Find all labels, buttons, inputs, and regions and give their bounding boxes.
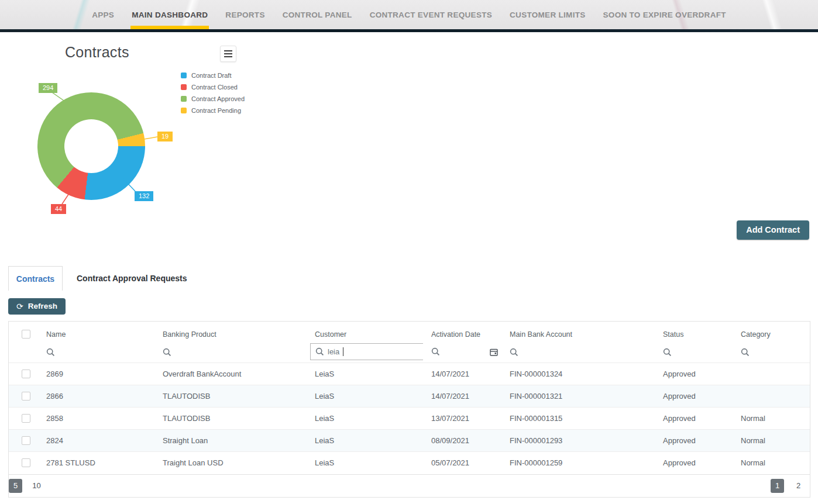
- text-caret: [343, 347, 343, 356]
- donut-label-approved: 294: [39, 83, 57, 93]
- column-header-main-bank-account[interactable]: Main Bank Account: [501, 322, 655, 343]
- refresh-button[interactable]: ⟳ Refresh: [8, 298, 66, 315]
- select-all-checkbox[interactable]: [22, 330, 30, 339]
- cell-customer: LeiaS: [307, 385, 423, 408]
- table-row[interactable]: 2866 TLAUTODISB LeiaS 14/07/2021 FIN-000…: [9, 385, 810, 408]
- column-header-customer[interactable]: Customer: [307, 322, 423, 343]
- legend-label: Contract Pending: [191, 107, 241, 114]
- legend-swatch-pending: [181, 108, 187, 113]
- cell-status: Approved: [655, 363, 733, 385]
- row-checkbox[interactable]: [22, 370, 30, 378]
- row-checkbox[interactable]: [22, 458, 30, 467]
- nav-item-contract-event-requests[interactable]: CONTRACT EVENT REQUESTS: [370, 0, 492, 29]
- table-row[interactable]: 2858 TLAUTODISB LeiaS 13/07/2021 FIN-000…: [9, 408, 810, 430]
- activation-date-filter[interactable]: [431, 347, 501, 356]
- status-filter[interactable]: [655, 343, 733, 363]
- nav-item-apps[interactable]: APPS: [92, 0, 114, 29]
- page-selector: 1 2: [771, 479, 805, 493]
- search-icon: [741, 348, 750, 357]
- page-2[interactable]: 2: [792, 479, 805, 493]
- contracts-chart-section: Contracts Contract Draft Contract Closed…: [0, 32, 818, 266]
- cell-category: [733, 363, 810, 385]
- tab-contract-approval-requests[interactable]: Contract Approval Requests: [72, 266, 192, 291]
- banking-product-filter[interactable]: [154, 343, 307, 363]
- search-icon: [163, 348, 171, 357]
- table-pagination: 5 10 1 2: [9, 474, 810, 497]
- cell-category: [733, 385, 810, 408]
- column-header-category[interactable]: Category: [733, 322, 810, 343]
- cell-name: 2781 STLUSD: [38, 452, 154, 474]
- legend-item-contract-draft[interactable]: Contract Draft: [181, 70, 245, 81]
- legend-item-contract-approved[interactable]: Contract Approved: [181, 93, 245, 105]
- row-checkbox[interactable]: [22, 392, 30, 401]
- chart-legend: Contract Draft Contract Closed Contract …: [181, 70, 245, 116]
- name-filter[interactable]: [38, 343, 154, 363]
- refresh-icon: ⟳: [16, 302, 23, 310]
- add-contract-button[interactable]: Add Contract: [737, 220, 809, 240]
- cell-status: Approved: [655, 385, 733, 408]
- table-filter-row: leia: [9, 343, 810, 363]
- cell-main-bank-account: FIN-000001321: [501, 385, 655, 408]
- contracts-table: Name Banking Product Customer Activation…: [8, 321, 810, 498]
- search-icon: [663, 348, 672, 357]
- table-row[interactable]: 2781 STLUSD Traight Loan USD LeiaS 05/07…: [9, 452, 810, 474]
- cell-activation-date: 14/07/2021: [423, 385, 501, 408]
- nav-item-reports[interactable]: REPORTS: [225, 0, 264, 29]
- legend-label: Contract Draft: [191, 72, 231, 79]
- cell-status: Approved: [655, 408, 733, 430]
- calendar-icon[interactable]: [490, 348, 498, 356]
- cell-name: 2858: [38, 408, 154, 430]
- page-size-5[interactable]: 5: [9, 479, 22, 493]
- customer-filter-input[interactable]: leia: [310, 343, 423, 360]
- page-size-selector: 5 10: [9, 479, 43, 493]
- column-header-name[interactable]: Name: [38, 322, 154, 343]
- search-icon: [510, 348, 518, 357]
- cell-customer: LeiaS: [307, 430, 423, 452]
- contracts-donut-chart[interactable]: [37, 92, 145, 200]
- cell-activation-date: 14/07/2021: [423, 363, 501, 385]
- category-filter[interactable]: [733, 343, 810, 363]
- legend-swatch-closed: [181, 84, 187, 90]
- page-size-10[interactable]: 10: [30, 479, 43, 493]
- legend-item-contract-closed[interactable]: Contract Closed: [181, 81, 245, 93]
- cell-banking-product: Traight Loan USD: [154, 452, 307, 474]
- nav-item-main-dashboard[interactable]: MAIN DASHBOARD: [132, 0, 208, 29]
- cell-name: 2866: [38, 385, 154, 408]
- chart-title: Contracts: [65, 44, 129, 61]
- search-icon: [431, 347, 440, 356]
- main-bank-account-filter[interactable]: [501, 343, 655, 363]
- cell-main-bank-account: FIN-000001293: [501, 430, 655, 452]
- tab-contracts[interactable]: Contracts: [8, 266, 63, 291]
- chart-menu-button[interactable]: [220, 46, 236, 62]
- cell-main-bank-account: FIN-000001259: [501, 452, 655, 474]
- donut-label-pending: 19: [157, 132, 173, 141]
- cell-customer: LeiaS: [307, 363, 423, 385]
- nav-item-control-panel[interactable]: CONTROL PANEL: [283, 0, 352, 29]
- cell-banking-product: Straight Loan: [154, 430, 307, 452]
- row-checkbox[interactable]: [22, 414, 30, 423]
- legend-swatch-approved: [181, 96, 187, 102]
- contracts-tabstrip: Contracts Contract Approval Requests: [8, 266, 818, 291]
- row-checkbox[interactable]: [22, 436, 30, 445]
- column-header-activation-date[interactable]: Activation Date: [423, 322, 501, 343]
- top-navigation-bar: APPS MAIN DASHBOARD REPORTS CONTROL PANE…: [0, 0, 818, 29]
- cell-status: Approved: [655, 430, 733, 452]
- cell-banking-product: Overdraft BankAccount: [154, 363, 307, 385]
- table-row[interactable]: 2869 Overdraft BankAccount LeiaS 14/07/2…: [9, 363, 810, 385]
- page-1[interactable]: 1: [771, 479, 784, 493]
- cell-activation-date: 05/07/2021: [423, 452, 501, 474]
- table-header-row: Name Banking Product Customer Activation…: [9, 322, 810, 343]
- cell-category: Normal: [733, 408, 810, 430]
- nav-item-soon-to-expire-overdraft[interactable]: SOON TO EXPIRE OVERDRAFT: [603, 0, 726, 29]
- cell-category: Normal: [733, 452, 810, 474]
- legend-label: Contract Approved: [191, 95, 245, 102]
- refresh-label: Refresh: [28, 302, 57, 310]
- search-icon: [315, 347, 324, 356]
- column-header-status[interactable]: Status: [655, 322, 733, 343]
- nav-item-customer-limits[interactable]: CUSTOMER LIMITS: [510, 0, 586, 29]
- table-row[interactable]: 2824 Straight Loan LeiaS 08/09/2021 FIN-…: [9, 430, 810, 452]
- donut-label-draft: 132: [135, 191, 153, 201]
- legend-item-contract-pending[interactable]: Contract Pending: [181, 105, 245, 116]
- column-header-banking-product[interactable]: Banking Product: [154, 322, 307, 343]
- legend-swatch-draft: [181, 73, 187, 78]
